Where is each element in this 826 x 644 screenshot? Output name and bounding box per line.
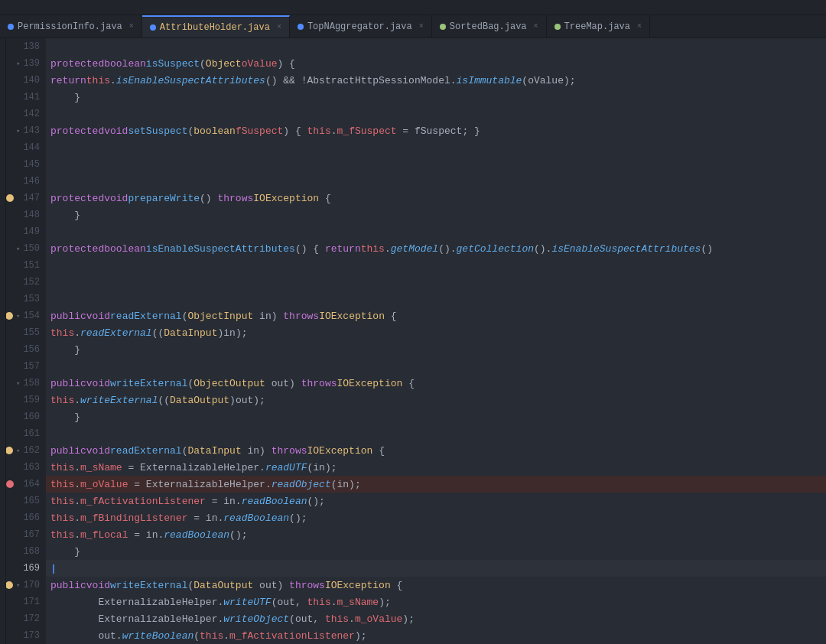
line-num-text: 173 [23, 630, 40, 641]
line-number: 146 [6, 173, 46, 190]
line-num-text: 150 [23, 243, 40, 254]
table-row: 164 this.m_oValue = ExternalizableHelper… [6, 476, 826, 493]
line-number: ▾154 [6, 307, 46, 324]
code-content: | [46, 560, 826, 577]
editor-container: 138▾139 protected boolean isSuspect(Obje… [0, 38, 826, 644]
fold-icon [17, 496, 20, 506]
fold-icon[interactable]: ▾ [16, 244, 20, 253]
empty-gutter-icon [6, 211, 14, 219]
code-content: this.m_sName = ExternalizableHelper.read… [46, 459, 826, 476]
tab-TreeMap-java[interactable]: TreeMap.java× [547, 15, 650, 37]
line-num-text: 143 [23, 125, 40, 136]
tab-dot-icon [298, 24, 304, 30]
tab-TopNAggregator-java[interactable]: TopNAggregator.java× [290, 15, 432, 37]
code-content: out.writeBoolean(this.m_fActivationListe… [46, 627, 826, 644]
fold-icon [17, 614, 20, 623]
empty-gutter-icon [6, 413, 14, 421]
fold-icon [17, 261, 20, 270]
empty-gutter-icon [6, 564, 14, 572]
table-row: 168 } [6, 543, 826, 560]
line-number: 142 [6, 106, 46, 122]
line-num-text: 154 [23, 311, 40, 321]
code-content [46, 274, 826, 291]
code-content: protected void prepareWrite() throws IOE… [46, 190, 826, 207]
tab-close-icon[interactable]: × [637, 22, 642, 31]
breakpoint-icon [6, 480, 14, 488]
line-num-text: 165 [23, 496, 40, 506]
code-content: protected boolean isSuspect(Object oValu… [46, 55, 826, 72]
fold-icon [17, 412, 20, 421]
line-num-text: 163 [23, 462, 40, 473]
tab-close-icon[interactable]: × [277, 23, 281, 31]
empty-gutter-icon [6, 60, 13, 67]
fold-icon[interactable]: ▾ [16, 446, 20, 455]
tab-label: PermissionInfo.java [18, 21, 122, 32]
code-content: this.m_fActivationListener = in.readBool… [46, 493, 826, 509]
code-content: } [46, 543, 826, 560]
tab-dot-icon [8, 24, 14, 30]
tab-label: TopNAggregator.java [307, 21, 412, 32]
table-row: 167 this.m_fLocal = in.readBoolean(); [6, 526, 826, 543]
tab-close-icon[interactable]: × [129, 22, 134, 31]
empty-gutter-icon [6, 463, 14, 471]
empty-gutter-icon [6, 531, 14, 538]
fold-icon [17, 345, 20, 354]
fold-icon [17, 597, 20, 607]
fold-icon [17, 194, 20, 203]
code-content: public void readExternal(DataInput in) t… [46, 442, 826, 459]
fold-icon[interactable]: ▾ [16, 59, 20, 68]
fold-icon[interactable]: ▾ [16, 581, 20, 590]
code-content: } [46, 207, 826, 223]
empty-gutter-icon [6, 228, 14, 236]
fold-icon[interactable]: ▾ [16, 379, 20, 388]
table-row: 173 out.writeBoolean(this.m_fActivationL… [6, 627, 826, 644]
line-number: ▾170 [6, 577, 46, 594]
tab-close-icon[interactable]: × [419, 22, 424, 31]
line-num-text: 148 [23, 210, 40, 220]
tab-AttributeHolder-java[interactable]: AttributeHolder.java× [142, 15, 290, 37]
code-content: protected boolean isEnableSuspectAttribu… [46, 240, 826, 257]
tab-SortedBag-java[interactable]: SortedBag.java× [432, 15, 547, 37]
line-num-text: 160 [23, 411, 40, 422]
code-content: this.m_fLocal = in.readBoolean(); [46, 526, 826, 543]
empty-gutter-icon [6, 76, 14, 84]
code-content: public void writeExternal(DataOutput out… [46, 577, 826, 594]
fold-icon [17, 513, 20, 522]
empty-gutter-icon [6, 598, 14, 606]
line-number: 145 [6, 156, 46, 173]
fold-icon [17, 210, 20, 220]
empty-gutter-icon [6, 430, 14, 437]
line-number: ▾139 [6, 55, 46, 72]
line-number: 167 [6, 526, 46, 543]
tab-close-icon[interactable]: × [534, 22, 538, 31]
fold-icon [17, 93, 20, 102]
line-num-text: 172 [23, 613, 40, 624]
debug-mark-icon [6, 312, 13, 320]
table-row: 169| [6, 560, 826, 577]
line-num-text: 171 [23, 597, 40, 607]
debug-mark-icon [6, 194, 14, 202]
fold-icon[interactable]: ▾ [16, 126, 20, 135]
table-row: ▾162 public void readExternal(DataInput … [6, 442, 826, 459]
code-lines: 138▾139 protected boolean isSuspect(Obje… [6, 38, 826, 644]
table-row: 138 [6, 38, 826, 55]
fold-icon[interactable]: ▾ [16, 311, 20, 320]
code-content: protected void setSuspect(boolean fSuspe… [46, 122, 826, 139]
code-content [46, 38, 826, 55]
line-num-text: 168 [23, 546, 40, 557]
code-content: this.m_oValue = ExternalizableHelper.rea… [46, 476, 826, 493]
line-num-text: 141 [23, 92, 40, 102]
empty-gutter-icon [6, 514, 14, 522]
empty-gutter-icon [6, 278, 14, 286]
table-row: 146 [6, 173, 826, 190]
tab-dot-icon [150, 24, 156, 31]
line-number: 160 [6, 408, 46, 425]
line-num-text: 151 [23, 260, 40, 271]
tab-PermissionInfo-java[interactable]: PermissionInfo.java× [0, 15, 142, 37]
code-editor[interactable]: 138▾139 protected boolean isSuspect(Obje… [6, 38, 826, 644]
debug-mark-icon [6, 581, 13, 589]
fold-icon [17, 547, 20, 556]
table-row: 142 [6, 106, 826, 122]
empty-gutter-icon [6, 396, 14, 404]
line-num-text: 152 [23, 277, 40, 288]
